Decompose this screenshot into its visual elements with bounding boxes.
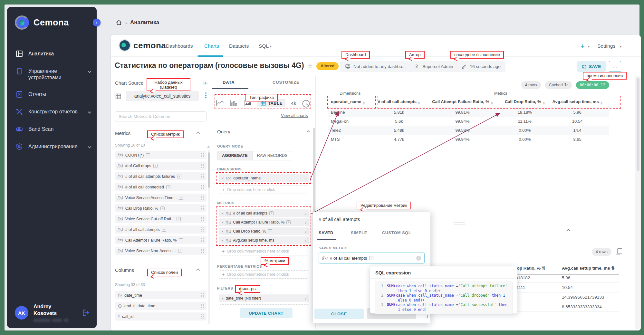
collapse-panel-icon[interactable] [203, 80, 209, 86]
update-chart-button[interactable]: UPDATE CHART [240, 308, 293, 318]
search-input[interactable] [115, 111, 207, 121]
remove-icon[interactable]: × [221, 211, 224, 216]
column-header[interactable]: Call Drop Ratio, % [504, 96, 546, 108]
metric-item[interactable]: f(x)# of all call atempts+ [115, 225, 207, 234]
column-item[interactable]: date_time [115, 291, 207, 299]
dataset-options-icon[interactable] [205, 92, 207, 99]
clear-icon[interactable]: × [416, 256, 421, 261]
settings-caret-icon[interactable]: ▾ [620, 45, 621, 48]
remove-icon[interactable]: × [221, 238, 224, 243]
filter-chip[interactable]: × date_time (No filter) › [219, 294, 309, 302]
add-new-caret-icon[interactable]: ▾ [588, 45, 590, 48]
close-button[interactable]: CLOSE [314, 309, 364, 319]
dashboard-status[interactable]: Not added to any dashbo... [353, 64, 406, 69]
breadcrumb-page[interactable]: Аналитика [130, 19, 159, 26]
tab-saved[interactable]: SAVED [319, 231, 333, 235]
sort-icon[interactable] [601, 101, 602, 105]
metric-chip[interactable]: ×f(x)Call Attempt Failure Ratio, %+› [219, 218, 309, 226]
nav-datasets[interactable]: Datasets [229, 43, 249, 49]
sort-icon[interactable] [491, 101, 493, 105]
save-button[interactable]: SAVE [577, 61, 606, 72]
column-item[interactable]: end_ti_date_time [115, 302, 207, 310]
tab-custom-sql[interactable]: CUSTOM SQL [382, 231, 411, 235]
sidebar-item-report-builder[interactable]: Конструктор отчетов [7, 103, 97, 120]
expand-icon[interactable]: › [305, 238, 306, 243]
drag-handle-icon[interactable] [201, 174, 204, 178]
drag-handle-icon[interactable] [201, 249, 204, 253]
altered-badge[interactable]: Altered [316, 62, 339, 70]
sort-icon[interactable] [543, 101, 545, 105]
metric-chip[interactable]: ×f(x)Avg.call setup time, ms› [219, 236, 309, 244]
last-modified[interactable]: 16 seconds ago [470, 64, 500, 69]
drag-handle-icon[interactable] [201, 185, 204, 189]
column-header[interactable]: Avg.call setup time, ms ⇅ [562, 265, 615, 271]
drag-handle-icon[interactable] [201, 206, 204, 210]
column-header[interactable]: Avg.call setup time, ms [546, 96, 609, 108]
query-collapse-icon[interactable] [306, 130, 310, 134]
remove-icon[interactable]: × [221, 220, 224, 225]
sidebar-item-band-scan[interactable]: Band Scan [7, 120, 97, 138]
dimension-chip[interactable]: × abc operator_name › [219, 174, 309, 182]
line-chart-icon[interactable] [216, 100, 224, 107]
sidebar-item-admin[interactable]: Администрирование [7, 138, 97, 155]
dataset-name[interactable]: analytic.voice_call_statistics [126, 91, 199, 101]
sort-icon[interactable] [418, 101, 420, 105]
expand-icon[interactable]: › [305, 176, 306, 181]
columns-collapse-icon[interactable] [196, 268, 200, 272]
bar-chart-icon[interactable] [230, 100, 238, 107]
drag-handle-icon[interactable] [201, 164, 204, 168]
drag-handle-icon[interactable] [201, 217, 204, 221]
drag-handle-icon[interactable] [201, 153, 204, 157]
nav-sql[interactable]: SQL ▾ [259, 43, 272, 49]
metric-item[interactable]: f(x)# of Call drops+ [115, 162, 207, 170]
column-header[interactable]: Call Attempt Failure Ratio, % [421, 96, 504, 108]
scrollbar[interactable] [313, 128, 315, 225]
pie-chart-icon[interactable] [302, 100, 310, 107]
metric-item[interactable]: f(x)COUNT(*)+ [115, 151, 207, 159]
big-number-chart-icon[interactable]: 4k [291, 100, 296, 106]
tab-simple[interactable]: SIMPLE [351, 231, 367, 235]
expand-icon[interactable]: › [305, 229, 306, 234]
scroll-up-icon[interactable] [207, 146, 210, 148]
metric-item[interactable]: f(x)# of all call attempts failures+ [115, 172, 207, 180]
sidebar-item-analytics[interactable]: Аналитика [7, 45, 97, 62]
logout-icon[interactable] [81, 309, 90, 317]
drag-handle-icon[interactable] [201, 238, 204, 242]
add-new-button[interactable]: + [581, 42, 585, 51]
nav-charts[interactable]: Charts [204, 43, 219, 49]
copy-icon[interactable] [616, 250, 620, 254]
remove-icon[interactable]: × [221, 229, 224, 234]
view-all-charts-link[interactable]: View all charts [281, 113, 308, 118]
favorite-star-icon[interactable]: ☆ [307, 62, 313, 70]
more-options-button[interactable]: ... [609, 61, 621, 72]
expand-icon[interactable]: › [305, 220, 306, 225]
sidebar-item-devices[interactable]: Управление устройствами [7, 62, 97, 86]
tab-data[interactable]: DATA [223, 80, 235, 85]
metric-chip[interactable]: ×f(x)Call Drop Ratio, %+› [219, 227, 309, 235]
sidebar-collapse-button[interactable]: ‹ [93, 19, 101, 26]
scrollbar[interactable] [208, 150, 210, 324]
drag-handle-icon[interactable] [201, 304, 204, 308]
nav-dashboards[interactable]: Dashboards [166, 43, 193, 49]
resize-corner-icon[interactable] [425, 315, 428, 318]
tab-customize[interactable]: CUSTOMIZE [273, 80, 300, 85]
home-icon[interactable] [116, 19, 122, 26]
percentage-metrics-dropzone[interactable]: +Drop columns/metrics here or click [219, 270, 308, 279]
sidebar-item-reports[interactable]: Отчеты [7, 86, 97, 103]
raw-records-button[interactable]: RAW RECORDS [252, 151, 292, 160]
metrics-collapse-icon[interactable] [196, 131, 200, 135]
author-name[interactable]: Superset Admin [422, 64, 453, 69]
results-collapse-icon[interactable] [566, 229, 571, 233]
metric-item[interactable]: f(x)Voice Service Non-Access...+ [115, 247, 207, 255]
drag-handle-icon[interactable] [201, 293, 204, 297]
metric-item[interactable]: f(x)Voice Service Cut-off Rati...+ [115, 215, 207, 223]
expand-icon[interactable]: › [305, 211, 306, 216]
column-header[interactable]: # of all call atempts [377, 96, 421, 108]
remove-icon[interactable]: × [221, 296, 224, 301]
settings-menu[interactable]: Settings [597, 43, 615, 49]
card-scrollbar[interactable] [635, 76, 641, 329]
refresh-icon[interactable]: ↻ [564, 81, 568, 89]
metrics-dropzone[interactable]: +Drop columns/metrics here or click [219, 247, 308, 255]
pane-drag-handle[interactable] [454, 222, 465, 226]
saved-metric-input[interactable]: f(x) # of all call atempts + × [319, 253, 425, 263]
